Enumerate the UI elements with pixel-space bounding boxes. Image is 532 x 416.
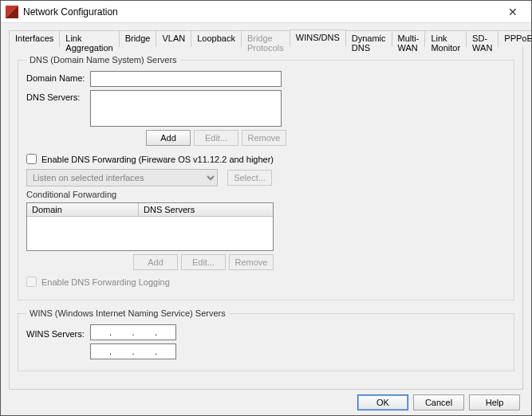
enable-dns-logging-label: Enable DNS Forwarding Logging xyxy=(41,277,170,287)
domain-name-input[interactable] xyxy=(90,71,282,87)
app-icon xyxy=(6,6,18,18)
dns-group: DNS (Domain Name System) Servers Domain … xyxy=(18,55,514,300)
conditional-forwarding-table: Domain DNS Servers xyxy=(26,202,274,251)
domain-name-label: Domain Name: xyxy=(26,71,90,83)
tab-pppoe[interactable]: PPPoE xyxy=(498,30,532,47)
enable-dns-forwarding-checkbox[interactable] xyxy=(26,154,37,164)
col-dns-servers[interactable]: DNS Servers xyxy=(139,203,273,217)
cancel-button[interactable]: Cancel xyxy=(413,394,464,410)
tab-bridge[interactable]: Bridge xyxy=(119,30,157,47)
tab-sd-wan[interactable]: SD-WAN xyxy=(466,30,499,47)
col-domain[interactable]: Domain xyxy=(27,203,139,217)
tab-dynamic-dns[interactable]: Dynamic DNS xyxy=(345,30,392,47)
wins-legend: WINS (Windows Internet Naming Service) S… xyxy=(26,308,229,318)
dns-edit-button: Edit... xyxy=(194,130,238,146)
dns-servers-list[interactable] xyxy=(90,90,282,127)
tab-bridge-protocols: Bridge Protocols xyxy=(241,30,290,47)
enable-dns-forwarding-label: Enable DNS Forwarding (Fireware OS v11.1… xyxy=(41,155,274,164)
titlebar: Network Configuration ✕ xyxy=(1,1,531,23)
listen-interfaces-select: Listen on selected interfaces xyxy=(26,169,218,186)
tab-strip: Interfaces Link Aggregation Bridge VLAN … xyxy=(9,29,523,47)
cond-remove-button: Remove xyxy=(229,254,274,270)
select-interfaces-button: Select... xyxy=(227,170,272,186)
ok-button[interactable]: OK xyxy=(357,394,408,410)
conditional-forwarding-rows xyxy=(27,217,273,250)
dns-add-button[interactable]: Add xyxy=(146,130,191,146)
help-button[interactable]: Help xyxy=(469,394,520,410)
content-area: Interfaces Link Aggregation Bridge VLAN … xyxy=(1,23,531,415)
dns-servers-label: DNS Servers: xyxy=(26,90,90,102)
tab-wins-dns[interactable]: WINS/DNS xyxy=(290,29,346,47)
tab-interfaces[interactable]: Interfaces xyxy=(9,30,60,47)
conditional-forwarding-label: Conditional Forwarding xyxy=(26,190,506,199)
tab-loopback[interactable]: Loopback xyxy=(191,30,242,47)
dns-legend: DNS (Domain Name System) Servers xyxy=(26,55,180,65)
tab-panel-wins-dns: DNS (Domain Name System) Servers Domain … xyxy=(9,47,523,390)
tab-vlan[interactable]: VLAN xyxy=(156,30,191,47)
wins-group: WINS (Windows Internet Naming Service) S… xyxy=(18,308,514,371)
dialog-footer: OK Cancel Help xyxy=(9,390,523,410)
tab-multi-wan[interactable]: Multi-WAN xyxy=(392,30,426,47)
wins-server-1-input[interactable]: ... xyxy=(90,324,176,340)
enable-dns-logging-checkbox xyxy=(26,277,37,287)
dns-remove-button: Remove xyxy=(242,130,286,146)
cond-add-button: Add xyxy=(133,254,178,270)
close-button[interactable]: ✕ xyxy=(499,3,526,21)
tab-link-aggregation[interactable]: Link Aggregation xyxy=(59,30,119,47)
tab-link-monitor[interactable]: Link Monitor xyxy=(424,30,467,47)
cond-edit-button: Edit... xyxy=(181,254,226,270)
wins-servers-label: WINS Servers: xyxy=(26,327,90,339)
wins-server-2-input[interactable]: ... xyxy=(90,343,176,359)
window-title: Network Configuration xyxy=(23,6,499,18)
